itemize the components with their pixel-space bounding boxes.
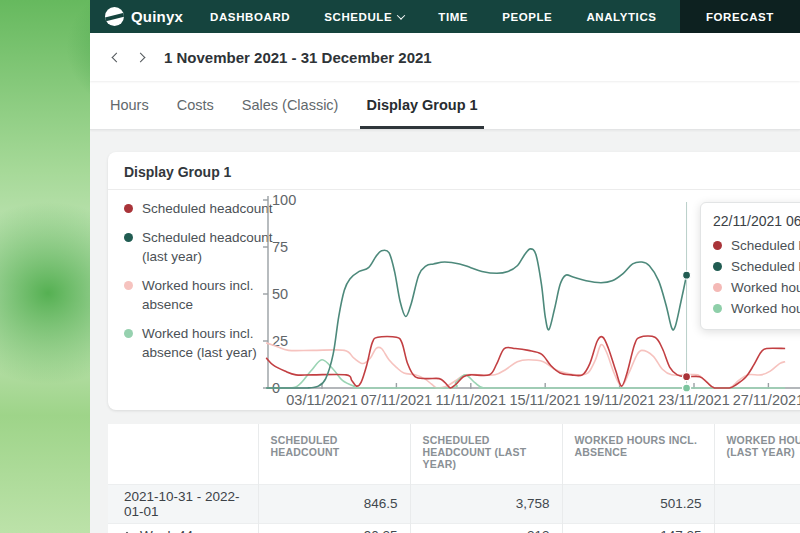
tooltip-title: 22/11/2021 06:00 <box>713 213 800 229</box>
svg-text:23/11/2021: 23/11/2021 <box>658 392 730 408</box>
table-header-row: SCHEDULED HEADCOUNT SCHEDULED HEADCOUNT … <box>108 424 800 484</box>
column-header <box>108 424 258 484</box>
cell-value: 3,758 <box>410 484 562 523</box>
date-bar: 1 November 2021 - 31 December 2021 <box>90 33 800 81</box>
cell-value: 213 <box>410 523 562 533</box>
cell-value <box>714 484 800 523</box>
column-header-worked-hours-last-year: WORKED HOURS INCL. ABSENCE (LAST YEAR) <box>714 424 800 484</box>
legend-dot <box>124 233 133 242</box>
legend-dot <box>713 262 722 271</box>
nav-item-forecast[interactable]: FORECAST <box>680 0 800 33</box>
tabs-bar: Hours Costs Sales (Classic) Display Grou… <box>90 81 800 130</box>
cell-value: 846.5 <box>258 484 410 523</box>
row-label: Week 44 <box>140 528 193 533</box>
date-range-label: 1 November 2021 - 31 December 2021 <box>164 49 432 66</box>
chevron-right-icon <box>135 52 145 62</box>
svg-text:07/11/2021: 07/11/2021 <box>361 392 433 408</box>
svg-text:75: 75 <box>272 239 288 255</box>
legend-dot <box>713 283 722 292</box>
chevron-left-icon <box>111 52 121 62</box>
table-row-week-44: Week 44 90.25 213 147.25 <box>108 523 800 533</box>
brand-label: Quinyx <box>131 8 183 25</box>
legend-dot <box>124 281 133 290</box>
tab-hours[interactable]: Hours <box>96 81 163 129</box>
prev-date-button[interactable] <box>104 45 128 69</box>
tab-display-group-1[interactable]: Display Group 1 <box>352 81 491 129</box>
column-header-scheduled-headcount: SCHEDULED HEADCOUNT <box>258 424 410 484</box>
chart-tooltip: 22/11/2021 06:00 Scheduled headcount Sch… <box>700 202 800 330</box>
quinyx-logo[interactable]: Quinyx <box>90 0 193 33</box>
chart-card: Display Group 1 Scheduled headcount Sche… <box>108 152 800 410</box>
column-header-scheduled-headcount-last-year: SCHEDULED HEADCOUNT (LAST YEAR) <box>410 424 562 484</box>
svg-text:11/11/2021: 11/11/2021 <box>436 392 506 408</box>
nav-item-schedule[interactable]: SCHEDULE <box>307 0 421 33</box>
tab-costs[interactable]: Costs <box>163 81 228 129</box>
table-row-total: 2021-10-31 - 2022-01-01 846.5 3,758 501.… <box>108 484 800 523</box>
forecast-table: SCHEDULED HEADCOUNT SCHEDULED HEADCOUNT … <box>108 424 800 533</box>
svg-text:15/11/2021: 15/11/2021 <box>509 392 581 408</box>
svg-text:25: 25 <box>272 333 288 349</box>
svg-text:27/11/2021: 27/11/2021 <box>733 392 800 408</box>
cell-value: 90.25 <box>258 523 410 533</box>
nav-item-time[interactable]: TIME <box>421 0 485 33</box>
row-label: 2021-10-31 - 2022-01-01 <box>108 484 258 523</box>
column-header-worked-hours: WORKED HOURS INCL. ABSENCE <box>562 424 714 484</box>
cell-value: 147.25 <box>562 523 714 533</box>
svg-text:19/11/2021: 19/11/2021 <box>584 392 656 408</box>
top-nav: Quinyx DASHBOARD SCHEDULE TIME PEOPLE AN… <box>90 0 800 33</box>
tooltip-item: Worked hours incl. absence (last year) <box>713 298 800 319</box>
app-window: Quinyx DASHBOARD SCHEDULE TIME PEOPLE AN… <box>90 0 800 533</box>
tooltip-item: Worked hours incl. absence <box>713 277 800 298</box>
nav-item-dashboard[interactable]: DASHBOARD <box>193 0 307 33</box>
nav-item-people[interactable]: PEOPLE <box>485 0 569 33</box>
legend-dot <box>713 304 722 313</box>
legend-dot <box>124 329 133 338</box>
tab-sales-classic[interactable]: Sales (Classic) <box>228 81 353 129</box>
svg-text:100: 100 <box>272 192 296 208</box>
legend-dot <box>124 204 133 213</box>
nav-menu: DASHBOARD SCHEDULE TIME PEOPLE ANALYTICS… <box>193 0 800 33</box>
svg-text:50: 50 <box>272 286 288 302</box>
tooltip-item: Scheduled headcount <box>713 235 800 256</box>
cell-value <box>714 523 800 533</box>
next-date-button[interactable] <box>128 45 152 69</box>
cell-value: 501.25 <box>562 484 714 523</box>
quinyx-logo-icon <box>105 7 124 26</box>
chevron-down-icon <box>397 11 405 19</box>
card-title: Display Group 1 <box>108 152 800 190</box>
legend-dot <box>713 241 722 250</box>
nav-item-analytics[interactable]: ANALYTICS <box>569 0 673 33</box>
tooltip-item: Scheduled headcount (last year) <box>713 256 800 277</box>
svg-text:03/11/2021: 03/11/2021 <box>286 392 358 408</box>
